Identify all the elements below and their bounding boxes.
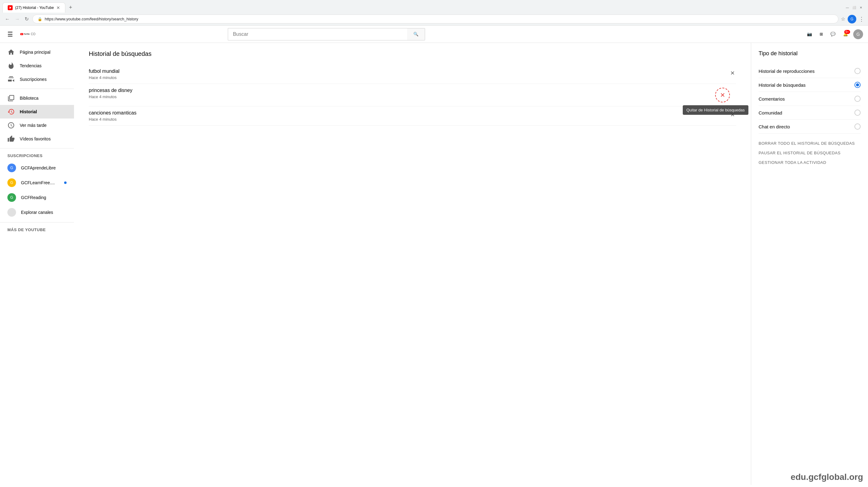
close-window-button[interactable]: ✕ <box>859 5 863 10</box>
right-panel: Tipo de historial Historial de reproducc… <box>751 43 868 485</box>
url-bar[interactable]: 🔒 https://www.youtube.com/feed/history/s… <box>32 15 838 24</box>
page-body: Página principal Tendencias Suscripcione… <box>0 43 868 485</box>
browser-profile-button[interactable]: G <box>848 15 856 24</box>
subscriptions-title: SUSCRIPCIONES <box>0 151 74 161</box>
history-info-2: princesas de disney Hace 4 minutos <box>89 88 132 99</box>
history-item-1: futbol mundial Hace 4 minutos ✕ <box>89 65 736 84</box>
new-tab-button[interactable]: + <box>67 3 75 12</box>
radio-label-comentarios: Comentarios <box>758 96 785 102</box>
explore-channels-avatar <box>7 208 16 217</box>
minimize-button[interactable]: — <box>845 5 849 10</box>
radio-circle-chat[interactable] <box>855 123 861 130</box>
radio-item-chat[interactable]: Chat en directo <box>758 120 861 134</box>
apps-button[interactable]: ⊞ <box>817 29 826 39</box>
sidebar-label-history: Historial <box>20 109 37 114</box>
grid-icon: ⊞ <box>819 32 823 36</box>
upload-button[interactable]: 📷 <box>805 29 815 39</box>
dashed-circle[interactable]: ✕ <box>715 88 730 103</box>
search-input[interactable] <box>228 28 407 40</box>
svg-text:YouTube: YouTube <box>24 33 30 35</box>
radio-item-reproductions[interactable]: Historial de reproducciones <box>758 64 861 78</box>
back-button[interactable]: ← <box>4 15 11 23</box>
radio-circle-reproductions[interactable] <box>855 68 861 74</box>
radio-item-comentarios[interactable]: Comentarios <box>758 92 861 106</box>
history-item-2: princesas de disney Hace 4 minutos ✕ Qui… <box>89 84 736 107</box>
sidebar-item-library[interactable]: Biblioteca <box>0 91 74 105</box>
reload-button[interactable]: ↻ <box>24 15 30 23</box>
gcf-reading-avatar: G <box>7 193 16 202</box>
security-icon: 🔒 <box>38 17 42 21</box>
clock-icon <box>7 122 15 129</box>
history-time-2: Hace 4 minutos <box>89 94 132 99</box>
history-item-3: canciones romanticas Hace 4 minutos ✕ <box>89 107 736 125</box>
sidebar-item-trending[interactable]: Tendencias <box>0 59 74 73</box>
browser-chrome: (27) Historial - YouTube ✕ + — ⬜ ✕ ← → ↻… <box>0 0 868 26</box>
bookmark-button[interactable]: ☆ <box>841 16 845 22</box>
radio-item-comunidad[interactable]: Comunidad <box>758 106 861 120</box>
tab-favicon <box>8 5 13 10</box>
radio-item-busquedas[interactable]: Historial de búsquedas <box>758 78 861 92</box>
fire-icon <box>7 62 15 69</box>
sidebar-label-gcf-reading: GCFReading <box>21 195 46 200</box>
watermark-text: edu.gcfglobal.org <box>790 472 863 482</box>
youtube-logo-icon: YouTube <box>20 31 30 37</box>
chat-button[interactable]: 💬 <box>828 29 838 39</box>
sidebar-item-watch-later[interactable]: Ver más tarde <box>0 118 74 132</box>
sidebar-item-gcf-aprendelibre[interactable]: G GCFAprendeLibre <box>0 161 74 175</box>
radio-label-chat: Chat en directo <box>758 124 790 129</box>
page-title: Historial de búsquedas <box>89 50 736 57</box>
notifications-button[interactable]: 🔔 9+ <box>841 29 851 39</box>
delete-all-button[interactable]: BORRAR TODO EL HISTORIAL DE BÚSQUEDAS <box>758 141 861 146</box>
youtube-logo[interactable]: YouTube CO <box>20 31 35 37</box>
search-button[interactable]: 🔍 <box>407 28 425 40</box>
radio-circle-comentarios[interactable] <box>855 96 861 102</box>
tab-close-button[interactable]: ✕ <box>56 5 60 10</box>
history-info-3: canciones romanticas Hace 4 minutos <box>89 110 136 122</box>
notification-badge: 9+ <box>844 30 850 34</box>
thumbup-icon <box>7 135 15 143</box>
sidebar-divider-2 <box>0 148 74 148</box>
sidebar-item-subscriptions[interactable]: Suscripciones <box>0 73 74 86</box>
watermark: edu.gcfglobal.org <box>790 472 863 482</box>
forward-button[interactable]: → <box>13 15 21 23</box>
sidebar-item-gcf-learnfree[interactable]: G GCFLearnFree.... <box>0 175 74 190</box>
sidebar-item-history[interactable]: Historial <box>0 105 74 118</box>
chat-icon: 💬 <box>830 32 836 36</box>
history-title-3: canciones romanticas <box>89 110 136 116</box>
browser-menu-button[interactable]: ⋮ <box>859 16 864 23</box>
sidebar-label-explore: Explorar canales <box>21 210 53 215</box>
panel-title: Tipo de historial <box>758 50 861 57</box>
radio-label-reproductions: Historial de reproducciones <box>758 68 815 74</box>
manage-activity-button[interactable]: GESTIONAR TODA LA ACTIVIDAD <box>758 160 861 165</box>
sidebar-item-explore-channels[interactable]: Explorar canales <box>0 205 74 220</box>
remove-item-1-button[interactable]: ✕ <box>729 68 736 78</box>
url-text: https://www.youtube.com/feed/history/sea… <box>45 17 833 21</box>
sidebar-item-home[interactable]: Página principal <box>0 46 74 59</box>
home-icon <box>7 49 15 56</box>
new-content-dot <box>64 181 67 184</box>
sidebar-divider-1 <box>0 89 74 89</box>
radio-label-comunidad: Comunidad <box>758 110 782 115</box>
gcf-aprendelibre-avatar: G <box>7 164 16 172</box>
remove-tooltip: Quitar de Historial de búsquedas <box>683 105 748 115</box>
header-actions: 📷 ⊞ 💬 🔔 9+ G <box>805 29 863 39</box>
watermark-bold: gcfglobal.org <box>808 472 863 482</box>
sidebar-label-liked: Vídeos favoritos <box>20 136 51 141</box>
sidebar-label-gcf-aprendelibre: GCFAprendeLibre <box>21 165 56 170</box>
history-icon <box>7 108 15 115</box>
sidebar-item-gcf-reading[interactable]: G GCFReading <box>0 190 74 205</box>
active-tab[interactable]: (27) Historial - YouTube ✕ <box>2 2 65 13</box>
maximize-button[interactable]: ⬜ <box>852 5 856 10</box>
menu-button[interactable]: ☰ <box>5 28 16 40</box>
panel-actions: BORRAR TODO EL HISTORIAL DE BÚSQUEDAS PA… <box>758 141 861 165</box>
user-avatar[interactable]: G <box>853 29 863 39</box>
pause-button[interactable]: PAUSAR EL HISTORIAL DE BÚSQUEDAS <box>758 151 861 155</box>
youtube-header: ☰ YouTube CO 🔍 📷 ⊞ 💬 <box>0 26 868 43</box>
radio-inner-busquedas <box>856 83 859 86</box>
radio-circle-comunidad[interactable] <box>855 110 861 116</box>
library-icon <box>7 94 15 102</box>
radio-circle-busquedas[interactable] <box>855 82 861 88</box>
address-bar: ← → ↻ 🔒 https://www.youtube.com/feed/his… <box>0 13 868 25</box>
sidebar-item-liked[interactable]: Vídeos favoritos <box>0 132 74 146</box>
search-container: 🔍 <box>228 28 425 40</box>
